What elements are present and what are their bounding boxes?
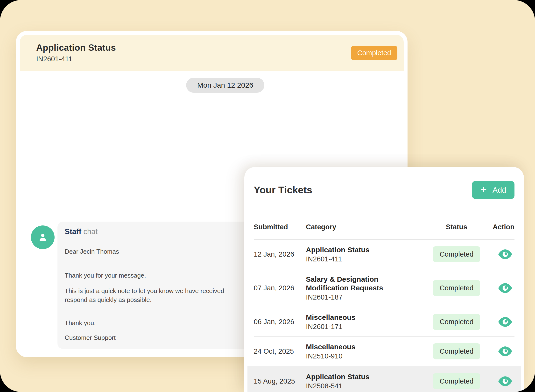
table-row[interactable]: 15 Aug, 2025 Application Status IN2508-5…	[247, 366, 521, 392]
category-cell: Miscellaneous IN2601-171	[306, 313, 432, 330]
status-cell: Completed	[432, 343, 481, 359]
column-header-submitted: Submitted	[254, 223, 306, 231]
add-button-label: Add	[493, 186, 506, 195]
category-title: Miscellaneous	[306, 313, 415, 322]
view-ticket-button[interactable]	[498, 317, 512, 327]
category-cell: Application Status IN2601-411	[306, 245, 432, 263]
submitted-date: 24 Oct, 2025	[254, 347, 306, 355]
status-cell: Completed	[432, 246, 481, 262]
your-tickets-panel: Your Tickets + Add Submitted Category St…	[244, 167, 524, 392]
eye-icon	[498, 346, 512, 356]
category-ticket-id: IN2601-187	[306, 293, 432, 301]
category-title: Miscellaneous	[306, 343, 415, 351]
category-ticket-id: IN2508-541	[306, 382, 432, 390]
category-title: Application Status	[306, 372, 415, 381]
column-header-category: Category	[306, 223, 432, 231]
action-cell	[481, 249, 514, 259]
category-title: Salary & Designation Modification Reques…	[306, 275, 415, 292]
eye-icon	[498, 376, 512, 386]
category-ticket-id: IN2601-171	[306, 323, 432, 330]
status-badge: Completed	[433, 314, 480, 330]
status-cell: Completed	[432, 314, 481, 330]
eye-icon	[498, 317, 512, 327]
status-badge: Completed	[351, 46, 397, 60]
submitted-date: 12 Jan, 2026	[254, 250, 306, 258]
submitted-date: 15 Aug, 2025	[254, 377, 306, 385]
ticket-id: IN2601-411	[36, 55, 116, 63]
category-ticket-id: IN2601-411	[306, 255, 432, 263]
view-ticket-button[interactable]	[498, 376, 512, 386]
table-row[interactable]: 12 Jan, 2026 Application Status IN2601-4…	[254, 240, 514, 269]
action-cell	[481, 283, 514, 293]
status-badge: Completed	[433, 343, 480, 359]
tickets-table-header: Submitted Category Status Action	[254, 223, 514, 240]
column-header-status: Status	[432, 223, 481, 231]
category-cell: Application Status IN2508-541	[306, 372, 432, 390]
app-canvas: Application Status IN2601-411 Completed …	[0, 0, 535, 392]
column-header-action: Action	[481, 223, 514, 231]
tickets-panel-header: Your Tickets + Add	[254, 181, 514, 199]
tickets-table-body: 12 Jan, 2026 Application Status IN2601-4…	[254, 240, 514, 392]
status-badge: Completed	[433, 373, 480, 389]
plus-icon: +	[480, 184, 487, 195]
action-cell	[481, 346, 514, 356]
table-row[interactable]: 06 Jan, 2026 Miscellaneous IN2601-171 Co…	[254, 307, 514, 337]
tickets-title: Your Tickets	[254, 184, 312, 196]
status-badge: Completed	[433, 280, 480, 296]
category-cell: Miscellaneous IN2510-910	[306, 343, 432, 360]
status-cell: Completed	[432, 280, 481, 296]
view-ticket-button[interactable]	[498, 346, 512, 356]
category-title: Application Status	[306, 245, 415, 254]
page-title: Application Status	[36, 43, 116, 53]
author-name: Staff	[65, 227, 81, 236]
category-cell: Salary & Designation Modification Reques…	[306, 275, 432, 301]
table-row[interactable]: 24 Oct, 2025 Miscellaneous IN2510-910 Co…	[254, 337, 514, 366]
table-row[interactable]: 07 Jan, 2026 Salary & Designation Modifi…	[254, 269, 514, 307]
view-ticket-button[interactable]	[498, 283, 512, 293]
action-cell	[481, 317, 514, 327]
action-cell	[481, 376, 514, 386]
status-badge: Completed	[433, 246, 480, 262]
chat-card-header: Application Status IN2601-411 Completed	[20, 35, 404, 71]
eye-icon	[498, 283, 512, 293]
eye-icon	[498, 249, 512, 259]
chat-card-titles: Application Status IN2601-411	[36, 43, 116, 63]
submitted-date: 06 Jan, 2026	[254, 318, 306, 326]
submitted-date: 07 Jan, 2026	[254, 284, 306, 292]
person-icon	[37, 231, 49, 243]
avatar	[31, 225, 55, 249]
category-ticket-id: IN2510-910	[306, 352, 432, 360]
chat-date-separator: Mon Jan 12 2026	[186, 78, 264, 93]
author-suffix: chat	[84, 227, 98, 236]
status-cell: Completed	[432, 373, 481, 389]
add-ticket-button[interactable]: + Add	[472, 181, 514, 199]
view-ticket-button[interactable]	[498, 249, 512, 259]
